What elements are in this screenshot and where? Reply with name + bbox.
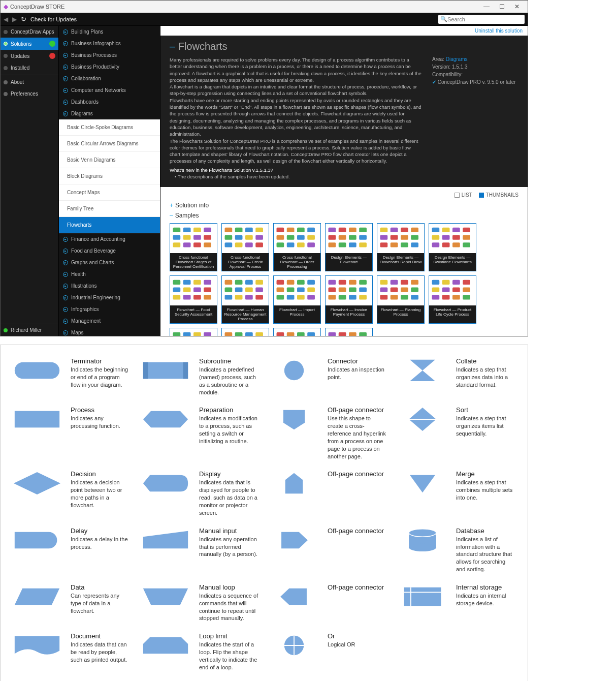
svg-rect-8 xyxy=(173,242,181,247)
svg-rect-82 xyxy=(193,295,201,299)
sample-thumbnail[interactable]: Flowchart — Planning Process xyxy=(377,275,425,324)
category-item[interactable]: ▸Food and Beverage xyxy=(59,245,160,257)
svg-rect-56 xyxy=(380,242,388,247)
svg-marker-219 xyxy=(143,637,188,654)
svg-rect-83 xyxy=(204,295,211,299)
legend-item: Off-page connector xyxy=(270,527,387,573)
subcategory-item[interactable]: Basic Circular Arrows Diagrams xyxy=(59,136,160,152)
svg-rect-90 xyxy=(245,287,253,292)
svg-rect-16 xyxy=(225,235,233,239)
svg-rect-66 xyxy=(452,235,460,239)
category-item[interactable]: ▸Collaboration xyxy=(59,73,160,84)
minimize-button[interactable]: — xyxy=(479,3,494,10)
sample-thumbnail[interactable]: Flowchart — Product Life Cycle Process xyxy=(429,275,476,324)
category-item[interactable]: ▸Industrial Engineering xyxy=(59,292,160,303)
sample-thumbnail[interactable]: Flowchart — Invoice Payment Process xyxy=(325,275,373,324)
sample-thumbnail[interactable]: Design Elements — Swimlane Flowcharts xyxy=(429,223,476,271)
legend-desc: Indicates any operation that is performe… xyxy=(199,536,258,559)
svg-rect-118 xyxy=(349,295,356,299)
category-item[interactable]: ▸Graphs and Charts xyxy=(59,257,160,268)
svg-rect-183 xyxy=(359,332,367,336)
category-item[interactable]: ▸Dashboards xyxy=(59,96,160,108)
sample-thumbnail[interactable]: Flowchart — Project Management Life Cycl… xyxy=(170,328,217,336)
sample-thumbnail[interactable]: Flowchart — Import Process xyxy=(273,275,321,324)
svg-rect-132 xyxy=(432,280,440,285)
sample-thumbnail[interactable]: Design Elements — Flowchart xyxy=(325,223,373,271)
check-updates-button[interactable]: Check for Updates xyxy=(30,16,77,22)
legend-desc: Indicates a modification to a process, s… xyxy=(199,415,258,445)
svg-marker-201 xyxy=(283,410,305,429)
nav-apps[interactable]: ConceptDraw Apps xyxy=(1,26,58,38)
category-item[interactable]: ▸Infographics xyxy=(59,303,160,315)
svg-rect-72 xyxy=(173,280,181,285)
category-item[interactable]: ▸Finance and Accounting xyxy=(59,233,160,245)
sample-thumbnail[interactable]: Cross-functional Flowchart — Order Proce… xyxy=(273,223,321,271)
legend-desc: Indicates a decision point between two o… xyxy=(71,479,130,509)
sample-thumbnail[interactable]: Flowchart — Website Launch xyxy=(325,328,373,336)
view-thumbnails[interactable]: THUMBNAILS xyxy=(479,192,518,198)
category-item[interactable]: ▸Business Infographics xyxy=(59,38,160,49)
svg-rect-141 xyxy=(442,295,450,299)
sample-thumbnail[interactable]: Flowchart — Synthetic Object Constructio… xyxy=(273,328,321,336)
nav-preferences[interactable]: Preferences xyxy=(1,88,58,100)
svg-rect-133 xyxy=(442,280,450,285)
nav-installed[interactable]: Installed xyxy=(1,62,58,74)
shape-icon xyxy=(13,527,61,553)
nav-forward-icon[interactable]: ▶ xyxy=(12,16,17,23)
legend-desc: Indicates the start of a loop. Flip the … xyxy=(199,641,258,671)
refresh-icon[interactable]: ↻ xyxy=(21,15,26,23)
legend-name: Display xyxy=(199,470,258,478)
view-list[interactable]: LIST xyxy=(455,192,472,198)
category-item[interactable]: ▸Illustrations xyxy=(59,280,160,292)
sample-thumbnail[interactable]: Cross-functional Flowchart — Credit Appr… xyxy=(221,223,269,271)
sample-thumbnail[interactable]: Design Elements — Flowcharts Rapid Draw xyxy=(377,223,425,271)
nav-about[interactable]: About xyxy=(1,76,58,88)
nav-updates[interactable]: Updates xyxy=(1,50,58,62)
search-input[interactable]: 🔍 xyxy=(438,15,525,24)
section-samples[interactable]: –Samples xyxy=(170,212,518,219)
svg-rect-147 xyxy=(204,332,211,336)
svg-rect-28 xyxy=(277,235,284,239)
category-item[interactable]: ▸Diagrams xyxy=(59,108,160,119)
sample-thumbnail[interactable]: Flowchart — Food Security Assessment xyxy=(170,275,217,324)
subcategory-item[interactable]: Basic Venn Diagrams xyxy=(59,152,160,168)
svg-rect-38 xyxy=(349,228,356,232)
svg-rect-97 xyxy=(287,280,295,285)
svg-rect-37 xyxy=(339,228,346,232)
sample-thumbnail[interactable]: Flowchart — Selection Sorting Method xyxy=(221,328,269,336)
category-item[interactable]: ▸Health xyxy=(59,268,160,280)
svg-rect-111 xyxy=(359,280,367,285)
sample-thumbnail[interactable]: Flowchart — Human Resource Management Pr… xyxy=(221,275,269,324)
category-item[interactable]: ▸Computer and Networks xyxy=(59,84,160,96)
category-item[interactable]: ▸Business Processes xyxy=(59,49,160,61)
svg-rect-98 xyxy=(297,280,305,285)
category-item[interactable]: ▸Maps xyxy=(59,327,160,336)
svg-rect-121 xyxy=(391,280,398,285)
category-item[interactable]: ▸Management xyxy=(59,315,160,327)
legend-name: Internal storage xyxy=(456,583,515,591)
svg-rect-30 xyxy=(297,235,305,239)
uninstall-link[interactable]: Uninstall this solution xyxy=(475,28,523,34)
legend-desc: Indicates a delay in the process. xyxy=(71,536,130,551)
subcategory-item[interactable]: Block Diagrams xyxy=(59,168,160,184)
subcategory-item[interactable]: Flowcharts xyxy=(59,217,160,233)
shape-icon xyxy=(13,406,61,432)
sample-thumbnail[interactable]: Cross-functional Flowchart Stages of Per… xyxy=(170,223,217,271)
subcategory-item[interactable]: Basic Circle-Spoke Diagrams xyxy=(59,119,160,136)
svg-rect-26 xyxy=(297,228,305,232)
svg-point-196 xyxy=(284,361,304,380)
subcategory-item[interactable]: Family Tree xyxy=(59,201,160,217)
section-solution-info[interactable]: +Solution info xyxy=(170,202,518,209)
close-button[interactable]: ✕ xyxy=(509,3,525,10)
nav-back-icon[interactable]: ◀ xyxy=(4,16,8,23)
maximize-button[interactable]: ☐ xyxy=(494,3,509,10)
subcategory-item[interactable]: Concept Maps xyxy=(59,184,160,201)
svg-rect-195 xyxy=(183,362,188,379)
search-field[interactable] xyxy=(447,16,523,22)
svg-rect-80 xyxy=(173,295,181,299)
user-label[interactable]: Richard Miller xyxy=(1,324,58,336)
svg-rect-63 xyxy=(463,228,470,232)
category-item[interactable]: ▸Business Productivity xyxy=(59,61,160,73)
nav-solutions[interactable]: Solutions xyxy=(1,38,58,50)
category-item[interactable]: ▸Building Plans xyxy=(59,26,160,38)
